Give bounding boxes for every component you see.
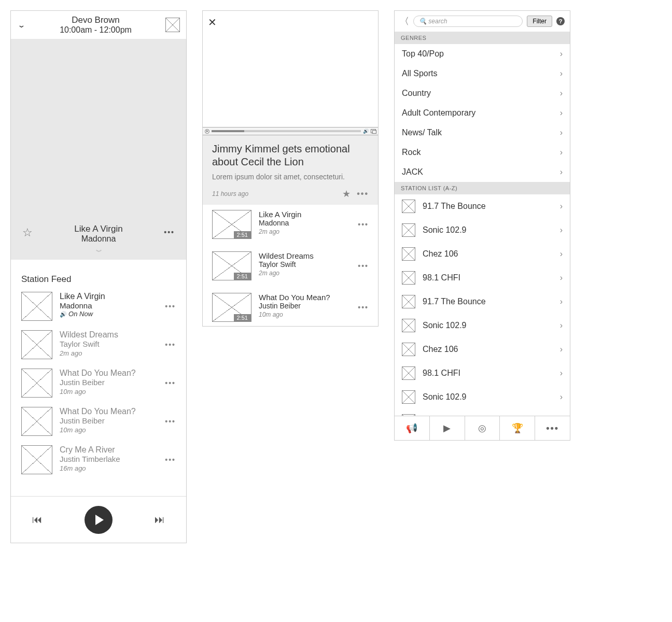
genre-row[interactable]: All Sports› — [395, 64, 570, 83]
feed-row[interactable]: What Do You Mean?Justin Beiber10m ago••• — [21, 407, 176, 436]
genre-label: News/ Talk — [402, 128, 442, 137]
video-scrubber[interactable]: 🔊 — [203, 127, 378, 135]
station-row[interactable]: Sonic 102.9› — [395, 314, 570, 337]
station-logo-placeholder — [402, 247, 415, 261]
tab-announcements[interactable]: 📢 — [395, 416, 430, 440]
station-name: Sonic 102.9 — [423, 392, 467, 402]
genre-row[interactable]: News/ Talk› — [395, 123, 570, 143]
tab-more[interactable]: ••• — [535, 416, 570, 440]
station-name: 98.1 CHFI — [423, 273, 460, 282]
station-name: 91.7 The Bounce — [423, 297, 486, 306]
station-logo-placeholder — [402, 343, 415, 356]
track-more-icon[interactable]: ••• — [358, 303, 369, 312]
chevron-right-icon: › — [560, 369, 563, 378]
tab-discover[interactable]: ◎ — [465, 416, 500, 440]
related-tracks-list: 2:51Like A VirginMadonna2m ago•••2:51Wil… — [203, 205, 378, 327]
close-icon[interactable]: ✕ — [208, 17, 217, 28]
feed-track: Cry Me A River — [60, 445, 158, 455]
next-track-icon[interactable]: ⏭ — [155, 514, 165, 526]
station-row[interactable]: Chez 106› — [395, 337, 570, 361]
feed-row[interactable]: Cry Me A RiverJustin Timberlake16m ago••… — [21, 445, 176, 474]
feed-more-icon[interactable]: ••• — [165, 379, 176, 387]
station-row[interactable]: Chez 106› — [395, 242, 570, 266]
genre-row[interactable]: Adult Contemporary› — [395, 103, 570, 123]
now-playing-more-icon[interactable]: ••• — [164, 228, 175, 236]
station-row[interactable]: 98.1 CHFI› — [395, 361, 570, 385]
station-logo-placeholder[interactable] — [165, 18, 180, 32]
tab-contests[interactable]: 🏆 — [500, 416, 535, 440]
station-logo-placeholder — [402, 366, 415, 380]
show-host: Devo Brown — [26, 15, 165, 25]
station-feed-section: Station Feed Like A VirginMadonnaOn Now•… — [11, 260, 186, 474]
feed-track: Like A Virgin — [60, 292, 158, 301]
previous-track-icon[interactable]: ⏮ — [32, 514, 43, 526]
article-screen: ✕ 🔊 Jimmy Kimmel gets emotional about Ce… — [202, 10, 379, 327]
show-title-block: Devo Brown 10:00am - 12:00pm — [26, 15, 165, 35]
collapse-chevron-icon[interactable]: ⌄ — [17, 21, 26, 30]
fullscreen-icon[interactable] — [371, 129, 376, 133]
favorite-star-icon[interactable]: ☆ — [22, 226, 33, 239]
station-row[interactable]: 91.7 The Bounce› — [395, 194, 570, 218]
now-playing-bar: ☆ Like A Virgin Madonna ••• ︾ — [11, 221, 186, 260]
station-row[interactable]: Chez 106› — [395, 409, 570, 416]
track-thumb-placeholder: 2:51 — [212, 251, 251, 280]
article-favorite-icon[interactable]: ★ — [342, 188, 351, 200]
genre-row[interactable]: JACK› — [395, 162, 570, 182]
progress-bar[interactable] — [212, 130, 361, 132]
expand-down-icon[interactable]: ︾ — [11, 248, 186, 257]
scrubber-play-icon[interactable] — [205, 129, 209, 134]
feed-timestamp: 16m ago — [60, 464, 158, 472]
back-icon[interactable]: 〈 — [400, 15, 409, 27]
genre-row[interactable]: Top 40/Pop› — [395, 44, 570, 64]
station-row[interactable]: Sonic 102.9› — [395, 385, 570, 409]
chevron-right-icon: › — [560, 225, 563, 235]
article-timestamp: 11 hours ago — [212, 190, 248, 197]
station-row[interactable]: 91.7 The Bounce› — [395, 290, 570, 314]
track-more-icon[interactable]: ••• — [358, 262, 369, 270]
track-thumb-placeholder — [21, 292, 52, 321]
chevron-right-icon: › — [560, 167, 563, 177]
chevron-right-icon: › — [560, 392, 563, 402]
feed-track: Wildest Dreams — [60, 330, 158, 340]
station-name: 98.1 CHFI — [423, 369, 460, 378]
station-name: Sonic 102.9 — [423, 321, 467, 330]
feed-more-icon[interactable]: ••• — [165, 341, 176, 349]
chevron-right-icon: › — [560, 148, 563, 157]
genre-row[interactable]: Rock› — [395, 143, 570, 162]
chevron-right-icon: › — [560, 297, 563, 306]
related-track-row[interactable]: 2:51Wildest DreamsTaylor Swift2m ago••• — [203, 246, 378, 286]
genre-label: All Sports — [402, 69, 437, 78]
tab-play[interactable]: ▶ — [430, 416, 465, 440]
play-button[interactable] — [85, 506, 113, 534]
feed-artist: Justin Timberlake — [60, 455, 158, 463]
volume-icon[interactable]: 🔊 — [363, 129, 369, 134]
feed-row[interactable]: What Do You Mean?Justin Beiber10m ago••• — [21, 369, 176, 398]
station-logo-placeholder — [402, 295, 415, 308]
chevron-right-icon: › — [560, 108, 563, 118]
feed-track: What Do You Mean? — [60, 407, 158, 416]
genre-row[interactable]: Country› — [395, 83, 570, 103]
feed-row[interactable]: Like A VirginMadonnaOn Now••• — [21, 292, 176, 321]
track-more-icon[interactable]: ••• — [358, 220, 369, 229]
feed-row[interactable]: Wildest DreamsTaylor Swift2m ago••• — [21, 330, 176, 359]
station-feed-title: Station Feed — [21, 274, 176, 285]
chevron-right-icon: › — [560, 69, 563, 78]
stations-header: STATION LIST (A-Z) — [395, 182, 570, 194]
article-headline: Jimmy Kimmel gets emotional about Cecil … — [212, 143, 369, 168]
feed-artist: Taylor Swift — [60, 340, 158, 348]
help-icon[interactable]: ? — [556, 17, 565, 25]
station-row[interactable]: 98.1 CHFI› — [395, 266, 570, 290]
browse-screen: 〈 🔍 search Filter ? GENRES Top 40/Pop›Al… — [394, 10, 570, 441]
article-more-icon[interactable]: ••• — [357, 189, 369, 199]
feed-more-icon[interactable]: ••• — [165, 302, 176, 310]
track-timestamp: 2m ago — [259, 270, 351, 277]
station-name: Chez 106 — [423, 249, 458, 259]
search-input[interactable]: 🔍 search — [413, 16, 523, 27]
filter-button[interactable]: Filter — [527, 16, 552, 27]
related-track-row[interactable]: 2:51Like A VirginMadonna2m ago••• — [203, 205, 378, 244]
related-track-row[interactable]: 2:51What Do You Mean?Justin Beiber10m ag… — [203, 288, 378, 327]
station-name: Chez 106 — [423, 345, 458, 354]
station-row[interactable]: Sonic 102.9› — [395, 218, 570, 242]
feed-more-icon[interactable]: ••• — [165, 456, 176, 464]
feed-more-icon[interactable]: ••• — [165, 417, 176, 426]
